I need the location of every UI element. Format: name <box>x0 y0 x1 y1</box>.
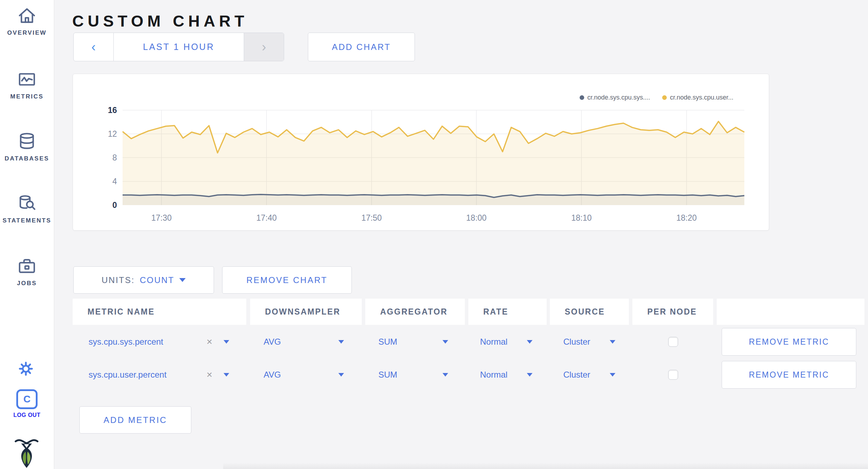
add-metric-button[interactable]: ADD METRIC <box>79 406 191 434</box>
page-title: CUSTOM CHART <box>72 11 248 32</box>
metric-row: sys.cpu.user.percent×AVGSUMNormalCluster… <box>73 358 864 391</box>
time-range-selector: ‹ LAST 1 HOUR › <box>73 33 284 61</box>
cockroach-c-icon: C <box>16 389 38 409</box>
downsampler-caret-icon[interactable] <box>338 325 344 358</box>
chevron-down-icon <box>179 278 186 282</box>
home-icon <box>17 5 37 26</box>
x-tick-label: 17:30 <box>151 213 172 222</box>
column-header-empty <box>717 299 864 325</box>
cockroach-bug-icon <box>15 463 39 469</box>
chart-svg: 048121617:3017:4017:5018:0018:1018:20 <box>73 74 770 231</box>
units-dropdown[interactable]: UNITS: COUNT <box>73 266 214 294</box>
column-header-aggregator: AGGREGATOR <box>365 299 465 325</box>
column-header-downsampler: DOWNSAMPLER <box>250 299 362 325</box>
sidebar-item-jobs[interactable]: JOBS <box>0 256 54 287</box>
aggregator-select[interactable]: SUM <box>378 325 397 358</box>
metric-name-value[interactable]: sys.cpu.sys.percent <box>89 325 163 358</box>
sidebar-item-databases[interactable]: DATABASES <box>0 131 54 162</box>
aggregator-caret-icon[interactable] <box>443 325 448 358</box>
y-tick-label: 0 <box>112 200 117 210</box>
rate-select[interactable]: Normal <box>480 325 507 358</box>
x-tick-label: 18:10 <box>571 213 592 222</box>
metrics-table-header: METRIC NAMEDOWNSAMPLERAGGREGATORRATESOUR… <box>73 299 864 325</box>
x-tick-label: 17:40 <box>257 213 277 222</box>
rate-caret-icon[interactable] <box>527 358 532 391</box>
column-header-metric-name: METRIC NAME <box>73 299 246 325</box>
metrics-icon <box>17 69 37 90</box>
column-header-rate: RATE <box>468 299 547 325</box>
column-header-source: SOURCE <box>550 299 629 325</box>
clear-metric-icon[interactable]: × <box>207 358 212 391</box>
metric-rows: sys.cpu.sys.percent×AVGSUMNormalClusterR… <box>73 325 864 391</box>
source-select[interactable]: Cluster <box>563 325 590 358</box>
downsampler-caret-icon[interactable] <box>338 358 344 391</box>
source-caret-icon[interactable] <box>610 325 615 358</box>
time-range-next-button[interactable]: › <box>244 33 284 61</box>
jobs-icon <box>17 256 37 276</box>
sidebar-item-label: STATEMENTS <box>2 217 51 224</box>
sidebar-item-label: OVERVIEW <box>7 29 46 36</box>
settings-button[interactable] <box>18 361 34 378</box>
downsampler-select[interactable]: AVG <box>264 358 281 391</box>
source-select[interactable]: Cluster <box>563 358 590 391</box>
rate-caret-icon[interactable] <box>527 325 532 358</box>
remove-metric-button[interactable]: REMOVE METRIC <box>722 328 856 356</box>
add-chart-button[interactable]: ADD CHART <box>308 33 415 61</box>
logout-button[interactable]: C LOG OUT <box>0 389 54 418</box>
gear-icon <box>18 372 34 378</box>
y-tick-label: 8 <box>112 153 117 162</box>
remove-metric-button[interactable]: REMOVE METRIC <box>722 361 856 389</box>
statements-icon <box>17 193 37 214</box>
x-tick-label: 18:00 <box>466 213 487 222</box>
aggregator-caret-icon[interactable] <box>443 358 448 391</box>
metric-name-dropdown-caret-icon[interactable] <box>224 325 229 358</box>
metric-row: sys.cpu.sys.percent×AVGSUMNormalClusterR… <box>73 325 864 358</box>
sidebar-item-metrics[interactable]: METRICS <box>0 69 54 100</box>
chevron-right-icon: › <box>262 40 266 55</box>
sidebar-item-label: JOBS <box>17 280 37 287</box>
units-value: COUNT <box>140 275 174 285</box>
logout-label: LOG OUT <box>13 412 40 418</box>
remove-chart-button[interactable]: REMOVE CHART <box>222 266 352 294</box>
y-tick-label: 12 <box>108 129 117 139</box>
sidebar-item-label: DATABASES <box>5 155 49 162</box>
sidebar-item-label: METRICS <box>10 93 44 100</box>
y-tick-label: 16 <box>108 106 117 115</box>
column-header-per-node: PER NODE <box>632 299 713 325</box>
sidebar-item-overview[interactable]: OVERVIEW <box>0 5 54 36</box>
time-range-prev-button[interactable]: ‹ <box>74 33 114 61</box>
source-caret-icon[interactable] <box>610 358 615 391</box>
x-tick-label: 17:50 <box>361 213 382 222</box>
y-tick-label: 4 <box>112 177 117 186</box>
sidebar-item-statements[interactable]: STATEMENTS <box>0 193 54 224</box>
cockroachdb-logo[interactable] <box>15 437 39 469</box>
sidebar: OVERVIEWMETRICSDATABASESSTATEMENTSJOBS C… <box>0 0 54 469</box>
aggregator-select[interactable]: SUM <box>378 358 397 391</box>
x-tick-label: 18:20 <box>676 213 697 222</box>
chevron-left-icon: ‹ <box>91 40 96 55</box>
time-range-dropdown[interactable]: LAST 1 HOUR <box>114 33 244 61</box>
units-label: UNITS: <box>102 275 135 285</box>
downsampler-select[interactable]: AVG <box>264 325 281 358</box>
metric-name-dropdown-caret-icon[interactable] <box>224 358 229 391</box>
metric-name-value[interactable]: sys.cpu.user.percent <box>89 358 167 391</box>
chart-card: cr.node.sys.cpu.sys....cr.node.sys.cpu.u… <box>73 74 769 231</box>
rate-select[interactable]: Normal <box>480 358 507 391</box>
databases-icon <box>17 131 37 152</box>
clear-metric-icon[interactable]: × <box>207 325 212 358</box>
per-node-checkbox[interactable] <box>668 370 678 380</box>
per-node-checkbox[interactable] <box>668 337 678 347</box>
bottom-shadow <box>223 463 868 469</box>
